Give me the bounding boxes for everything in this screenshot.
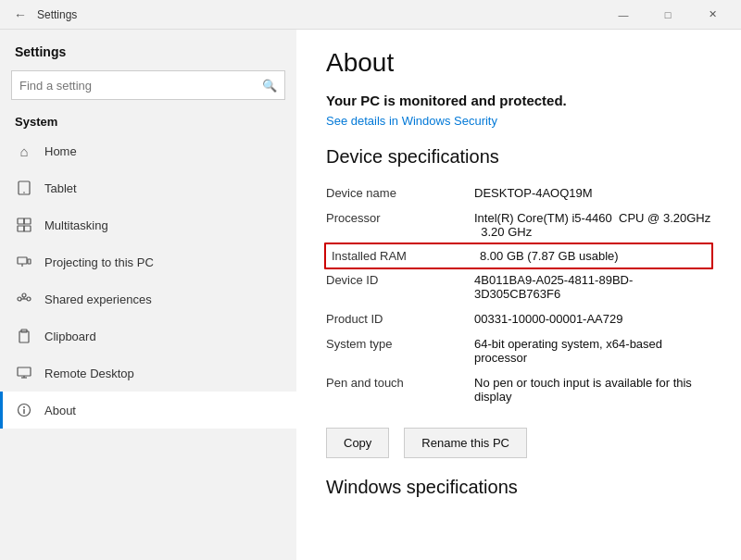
- home-icon: ⌂: [15, 142, 33, 160]
- sidebar-item-projecting[interactable]: Projecting to this PC: [0, 243, 296, 280]
- page-title: About: [326, 48, 711, 78]
- table-row: Product ID 00331-10000-00001-AA729: [326, 306, 711, 331]
- spec-label: Product ID: [326, 306, 474, 331]
- search-icon: 🔍: [262, 79, 277, 93]
- sidebar-item-home[interactable]: ⌂ Home: [0, 132, 296, 169]
- about-icon: [15, 401, 33, 419]
- table-row: Device name DESKTOP-4AOQ19M: [326, 180, 711, 205]
- table-row-ram: Installed RAM 8.00 GB (7.87 GB usable): [326, 244, 711, 268]
- titlebar: ← Settings — □ ✕: [0, 0, 741, 30]
- svg-rect-4: [18, 226, 24, 231]
- table-row: Processor Intel(R) Core(TM) i5-4460 CPU …: [326, 205, 711, 244]
- projecting-icon: [15, 253, 33, 271]
- spec-value: 00331-10000-00001-AA729: [474, 306, 711, 331]
- remote-icon: [15, 364, 33, 382]
- sidebar-item-label: Shared experiences: [44, 292, 152, 306]
- svg-rect-3: [24, 218, 31, 224]
- svg-point-10: [27, 297, 31, 301]
- shared-icon: [15, 290, 33, 308]
- windows-specs-heading: Windows specifications: [326, 477, 711, 498]
- spec-value: No pen or touch input is available for t…: [474, 370, 711, 409]
- spec-value: DESKTOP-4AOQ19M: [474, 180, 711, 205]
- clipboard-icon: [15, 327, 33, 345]
- svg-rect-2: [18, 218, 24, 224]
- svg-rect-7: [28, 259, 31, 264]
- spec-label: Device name: [326, 180, 474, 205]
- back-button[interactable]: ←: [7, 2, 33, 28]
- spec-label: Device ID: [326, 268, 474, 306]
- sidebar-item-label: Home: [44, 144, 77, 158]
- spec-label: Processor: [326, 205, 474, 244]
- table-row: Device ID 4B011BA9-A025-4811-89BD-3D305C…: [326, 268, 711, 306]
- sidebar-app-title: Settings: [0, 37, 296, 70]
- svg-rect-6: [18, 257, 27, 264]
- specs-table: Device name DESKTOP-4AOQ19M Processor In…: [326, 180, 711, 409]
- close-button[interactable]: ✕: [691, 0, 734, 30]
- spec-label: Pen and touch: [326, 370, 474, 409]
- protection-text: Your PC is monitored and protected.: [326, 93, 711, 108]
- window-controls: — □ ✕: [602, 0, 734, 30]
- copy-button[interactable]: Copy: [326, 428, 389, 458]
- content-area: About Your PC is monitored and protected…: [296, 30, 741, 560]
- sidebar-item-label: About: [44, 404, 76, 417]
- spec-value: 4B011BA9-A025-4811-89BD-3D305CB763F6: [474, 268, 711, 306]
- multitasking-icon: [15, 216, 33, 234]
- sidebar-item-label: Projecting to this PC: [44, 255, 154, 269]
- minimize-button[interactable]: —: [602, 0, 645, 30]
- sidebar-item-remote[interactable]: Remote Desktop: [0, 355, 296, 392]
- device-specs-heading: Device specifications: [326, 146, 711, 168]
- sidebar-section-title: System: [0, 111, 296, 132]
- svg-point-1: [23, 192, 25, 193]
- spec-label: Installed RAM: [326, 244, 474, 268]
- spec-value: 8.00 GB (7.87 GB usable): [474, 244, 711, 268]
- sidebar: Settings 🔍 System ⌂ Home Tablet Multitas…: [0, 30, 296, 560]
- buttons-row: Copy Rename this PC: [326, 428, 711, 458]
- sidebar-item-multitasking[interactable]: Multitasking: [0, 206, 296, 243]
- sidebar-item-label: Clipboard: [44, 330, 96, 343]
- maximize-button[interactable]: □: [647, 0, 689, 30]
- svg-point-9: [18, 297, 21, 301]
- sidebar-item-about[interactable]: About: [0, 392, 296, 429]
- svg-point-21: [23, 406, 25, 408]
- sidebar-item-clipboard[interactable]: Clipboard: [0, 317, 296, 355]
- sidebar-item-tablet[interactable]: Tablet: [0, 169, 296, 206]
- table-row: System type 64-bit operating system, x64…: [326, 331, 711, 370]
- sidebar-item-shared[interactable]: Shared experiences: [0, 280, 296, 317]
- search-box[interactable]: 🔍: [11, 70, 285, 100]
- search-input[interactable]: [19, 79, 262, 93]
- table-row: Pen and touch No pen or touch input is a…: [326, 370, 711, 409]
- tablet-icon: [15, 179, 33, 197]
- svg-point-11: [22, 293, 26, 297]
- rename-button[interactable]: Rename this PC: [404, 428, 527, 458]
- sidebar-item-label: Multitasking: [44, 218, 108, 232]
- spec-value: 64-bit operating system, x64-based proce…: [474, 331, 711, 370]
- svg-rect-16: [18, 367, 31, 376]
- security-link[interactable]: See details in Windows Security: [326, 114, 711, 128]
- sidebar-item-label: Remote Desktop: [44, 367, 134, 380]
- spec-label: System type: [326, 331, 474, 370]
- spec-value: Intel(R) Core(TM) i5-4460 CPU @ 3.20GHz …: [474, 205, 711, 244]
- svg-rect-5: [24, 226, 31, 231]
- sidebar-item-label: Tablet: [44, 181, 77, 195]
- window-title: Settings: [37, 8, 77, 21]
- main-layout: Settings 🔍 System ⌂ Home Tablet Multitas…: [0, 30, 741, 560]
- svg-rect-14: [19, 331, 29, 342]
